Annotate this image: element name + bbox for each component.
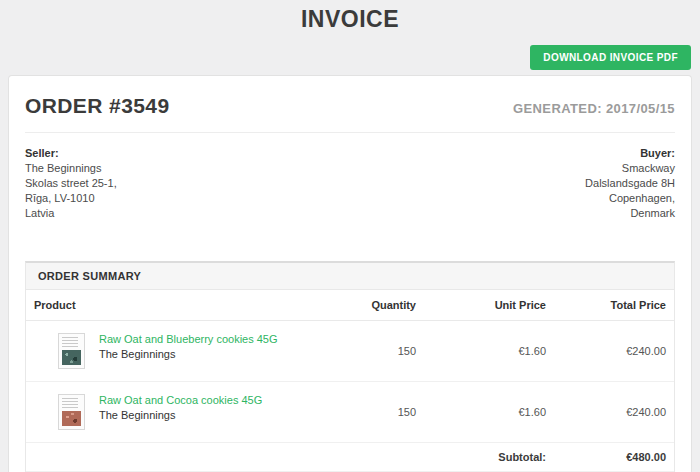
addresses-section: Seller: The Beginnings Skolas street 25-… bbox=[25, 133, 675, 221]
table-header-row: Product Quantity Unit Price Total Price bbox=[26, 290, 674, 321]
product-info: Raw Oat and Cocoa cookies 45G The Beginn… bbox=[99, 394, 262, 421]
product-thumbnail-blueberry-cookies[interactable] bbox=[58, 333, 85, 369]
buyer-street: Dalslandsgade 8H bbox=[585, 176, 675, 191]
order-header: ORDER #3549 GENERATED: 2017/05/15 bbox=[25, 86, 675, 133]
vendor-name: The Beginnings bbox=[99, 348, 278, 360]
subtotal-value: €480.00 bbox=[554, 443, 674, 472]
subtotal-row: Subtotal: €480.00 bbox=[26, 443, 674, 472]
order-number-title: ORDER #3549 bbox=[25, 94, 169, 118]
column-quantity: Quantity bbox=[314, 290, 424, 321]
seller-name: The Beginnings bbox=[25, 161, 117, 176]
buyer-city: Copenhagen, bbox=[585, 191, 675, 206]
buyer-name: Smackway bbox=[585, 161, 675, 176]
product-cell: Raw Oat and Cocoa cookies 45G The Beginn… bbox=[34, 394, 306, 430]
toolbar: DOWNLOAD INVOICE PDF bbox=[0, 45, 700, 70]
table-row: Raw Oat and Cocoa cookies 45G The Beginn… bbox=[26, 382, 674, 443]
seller-block: Seller: The Beginnings Skolas street 25-… bbox=[25, 146, 117, 221]
column-product: Product bbox=[26, 290, 314, 321]
page-title: INVOICE bbox=[0, 0, 700, 33]
table-row: Raw Oat and Blueberry cookies 45G The Be… bbox=[26, 321, 674, 382]
product-cell: Raw Oat and Blueberry cookies 45G The Be… bbox=[34, 333, 306, 369]
generated-date: GENERATED: 2017/05/15 bbox=[513, 101, 675, 116]
invoice-card: ORDER #3549 GENERATED: 2017/05/15 Seller… bbox=[8, 75, 692, 472]
column-total-price: Total Price bbox=[554, 290, 674, 321]
subtotal-label: Subtotal: bbox=[26, 443, 554, 472]
seller-city: Rīga, LV-1010 bbox=[25, 191, 117, 206]
column-unit-price: Unit Price bbox=[424, 290, 554, 321]
vendor-name: The Beginnings bbox=[99, 409, 262, 421]
total-price-value: €240.00 bbox=[554, 321, 674, 382]
total-price-value: €240.00 bbox=[554, 382, 674, 443]
seller-street: Skolas street 25-1, bbox=[25, 176, 117, 191]
seller-country: Latvia bbox=[25, 206, 117, 221]
order-items-table: Product Quantity Unit Price Total Price … bbox=[26, 290, 674, 472]
order-summary-title: ORDER SUMMARY bbox=[26, 263, 674, 290]
buyer-label: Buyer: bbox=[585, 146, 675, 161]
download-invoice-pdf-button[interactable]: DOWNLOAD INVOICE PDF bbox=[530, 45, 691, 70]
seller-label: Seller: bbox=[25, 146, 117, 161]
quantity-value: 150 bbox=[314, 382, 424, 443]
product-link-blueberry-cookies[interactable]: Raw Oat and Blueberry cookies 45G bbox=[99, 333, 278, 345]
unit-price-value: €1.60 bbox=[424, 382, 554, 443]
buyer-country: Denmark bbox=[585, 206, 675, 221]
quantity-value: 150 bbox=[314, 321, 424, 382]
unit-price-value: €1.60 bbox=[424, 321, 554, 382]
order-summary-panel: ORDER SUMMARY Product Quantity Unit Pric… bbox=[25, 261, 675, 472]
product-info: Raw Oat and Blueberry cookies 45G The Be… bbox=[99, 333, 278, 360]
product-thumbnail-cocoa-cookies[interactable] bbox=[58, 394, 85, 430]
buyer-block: Buyer: Smackway Dalslandsgade 8H Copenha… bbox=[585, 146, 675, 221]
product-link-cocoa-cookies[interactable]: Raw Oat and Cocoa cookies 45G bbox=[99, 394, 262, 406]
